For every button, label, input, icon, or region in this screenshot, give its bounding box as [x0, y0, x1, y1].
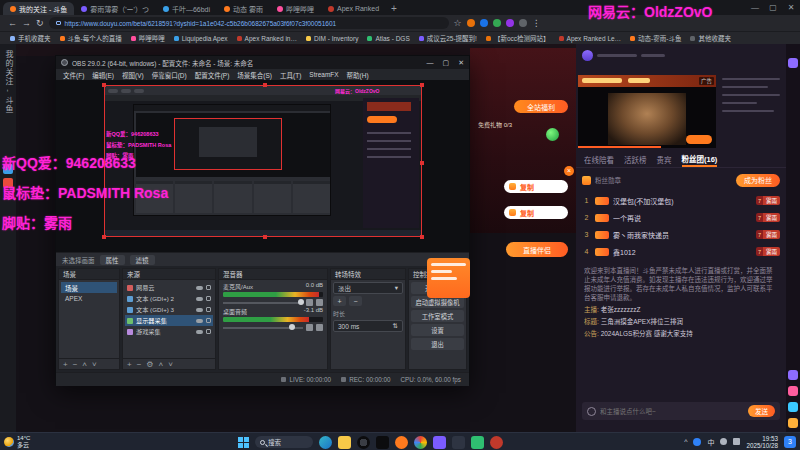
- streamer-avatar[interactable]: [582, 50, 593, 61]
- obs-window[interactable]: OBS 29.0.2 (64-bit, windows) - 配置文件: 未命名…: [55, 55, 470, 385]
- refresh-icon[interactable]: ↻: [36, 19, 44, 28]
- back-icon[interactable]: ←: [8, 19, 17, 28]
- obs-maximize-button[interactable]: ▢: [443, 59, 450, 67]
- weather-widget[interactable]: 14°C多云: [4, 435, 30, 448]
- profile-avatar[interactable]: [519, 19, 527, 27]
- menu-scene-collection[interactable]: 场景集合(S): [237, 70, 272, 80]
- captured-desktop-source[interactable]: 网易云：OldzZOvO 新QQ爱：946208633 鼠标垫：PADSMITH…: [104, 85, 422, 237]
- menu-help[interactable]: 帮助(H): [347, 70, 369, 80]
- taskbar-icon-app-dark[interactable]: [376, 436, 389, 449]
- bookmark-item[interactable]: Apex Ranked in…: [237, 35, 297, 42]
- obs-minimize-button[interactable]: —: [427, 59, 434, 67]
- add-source-button[interactable]: +: [127, 360, 132, 369]
- bookmark-item[interactable]: 成议云25-提醒到!: [419, 33, 477, 43]
- notification-badge[interactable]: 3: [784, 436, 796, 448]
- mute-icon[interactable]: [306, 299, 313, 306]
- taskbar-icon-chrome[interactable]: [414, 436, 427, 449]
- tab-fans[interactable]: 粉丝团(16): [682, 153, 718, 167]
- source-properties-button[interactable]: ⚙: [146, 360, 153, 369]
- extension-icon[interactable]: [493, 19, 501, 27]
- properties-button[interactable]: 属性: [100, 255, 125, 265]
- minimize-button[interactable]: —: [746, 0, 764, 15]
- rank-row[interactable]: 3 雾丶雨我家快递员 7雾雨: [582, 226, 780, 243]
- taskbar-clock[interactable]: 19:53 2025/10/28: [746, 435, 778, 449]
- taskbar-icon-app-purple[interactable]: [433, 436, 446, 449]
- bookmark-item[interactable]: Liquipedia Apex: [174, 35, 228, 42]
- bookmark-star-icon[interactable]: ☆: [454, 19, 462, 28]
- source-up-button[interactable]: ˄: [159, 360, 164, 369]
- tab-vip[interactable]: 贵宾: [657, 154, 672, 165]
- taskbar-icon-active-app[interactable]: [452, 436, 465, 449]
- visibility-eye-icon[interactable]: [196, 319, 203, 323]
- taskbar-icon-douyu[interactable]: [395, 436, 408, 449]
- copy-button[interactable]: 复制: [520, 208, 534, 218]
- duration-spinner[interactable]: 300 ms⇅: [333, 320, 403, 332]
- visibility-eye-icon[interactable]: [196, 330, 203, 334]
- ad-cta-button[interactable]: [686, 135, 712, 144]
- source-item[interactable]: 文本 (GDI+) 2: [125, 293, 213, 304]
- scene-up-button[interactable]: ˄: [82, 360, 87, 369]
- exit-button[interactable]: 退出: [411, 338, 464, 350]
- emoji-icon[interactable]: [587, 407, 596, 416]
- url-field[interactable]: https://www.douyu.com/beta/6218591?dyshi…: [49, 17, 449, 29]
- join-fans-button[interactable]: 成为粉丝: [736, 174, 780, 187]
- scene-item[interactable]: APEX: [61, 293, 117, 304]
- menu-profile[interactable]: 配置文件(P): [195, 70, 230, 80]
- remove-transition-button[interactable]: −: [349, 296, 362, 306]
- bookmark-item[interactable]: 【新occ检测网站】: [486, 33, 550, 43]
- network-icon[interactable]: [733, 438, 740, 445]
- browser-tab[interactable]: 哔哩哔哩: [270, 2, 321, 15]
- lock-icon[interactable]: [206, 318, 211, 323]
- rank-row[interactable]: 1 汉堡包(不加汉堡包) 7雾雨: [582, 192, 780, 209]
- scene-item-selected[interactable]: 场景: [61, 282, 117, 293]
- ad-video-player[interactable]: 广告: [578, 75, 716, 148]
- lock-icon[interactable]: [206, 285, 211, 290]
- rank-row[interactable]: 2 一个再说 7雾雨: [582, 209, 780, 226]
- gift-tool-icon[interactable]: [788, 386, 798, 396]
- menu-edit[interactable]: 编辑(E): [92, 70, 114, 80]
- lock-icon[interactable]: [206, 296, 211, 301]
- maximize-button[interactable]: ▢: [764, 0, 782, 15]
- send-button[interactable]: 发送: [748, 405, 775, 417]
- mobile-watch-icon[interactable]: [788, 370, 798, 380]
- bookmark-item[interactable]: 动态-雾雨-斗鱼: [630, 33, 681, 43]
- taskbar-icon-obs[interactable]: [357, 436, 370, 449]
- taskbar-icon-app-red[interactable]: [490, 436, 503, 449]
- menu-view[interactable]: 视图(V): [122, 70, 144, 80]
- source-item[interactable]: 游戏采集: [125, 326, 213, 337]
- menu-streamfx[interactable]: StreamFX: [309, 71, 338, 78]
- source-down-button[interactable]: ˅: [168, 360, 173, 369]
- taskbar-icon-explorer[interactable]: [338, 436, 351, 449]
- sidebar-tool-icon[interactable]: [788, 58, 798, 68]
- volume-slider[interactable]: [221, 323, 325, 332]
- source-item[interactable]: 网易云: [125, 282, 213, 293]
- start-button[interactable]: [238, 437, 249, 448]
- scene-down-button[interactable]: ˅: [92, 360, 97, 369]
- bookmark-item[interactable]: DIM - Inventory: [306, 35, 358, 42]
- tab-active-rank[interactable]: 活跃榜: [624, 154, 647, 165]
- mute-icon[interactable]: [306, 324, 313, 331]
- filters-button[interactable]: 滤镜: [130, 255, 155, 265]
- bookmark-item[interactable]: 哔哩哔哩: [131, 33, 165, 43]
- chat-input[interactable]: [600, 408, 744, 415]
- lock-icon[interactable]: [206, 329, 211, 334]
- visibility-eye-icon[interactable]: [196, 297, 203, 301]
- bookmark-item[interactable]: 手机收藏夹: [10, 33, 51, 43]
- bookmark-item[interactable]: Apex Ranked Le…: [559, 35, 622, 42]
- service-icon[interactable]: [788, 402, 798, 412]
- remove-scene-button[interactable]: −: [73, 360, 78, 369]
- remove-source-button[interactable]: −: [137, 360, 142, 369]
- bookmark-item[interactable]: Atlas - DGS: [367, 35, 409, 42]
- obs-close-button[interactable]: ✕: [458, 59, 464, 67]
- rank-row[interactable]: 4 鑫1012 7雾雨: [582, 243, 780, 260]
- close-button[interactable]: ✕: [782, 0, 800, 15]
- taskbar-search[interactable]: 搜索: [255, 436, 313, 448]
- extension-icon[interactable]: [467, 19, 475, 27]
- mixer-gear-icon[interactable]: [316, 324, 323, 331]
- visibility-eye-icon[interactable]: [196, 286, 203, 290]
- language-indicator[interactable]: 中: [707, 437, 714, 447]
- mixer-gear-icon[interactable]: [316, 299, 323, 306]
- bookmark-item[interactable]: 斗鱼-每个人的直播: [60, 33, 122, 43]
- browser-tab[interactable]: 雾雨薄雾（'ー'）つ: [74, 2, 156, 15]
- gift-icon[interactable]: [546, 128, 559, 141]
